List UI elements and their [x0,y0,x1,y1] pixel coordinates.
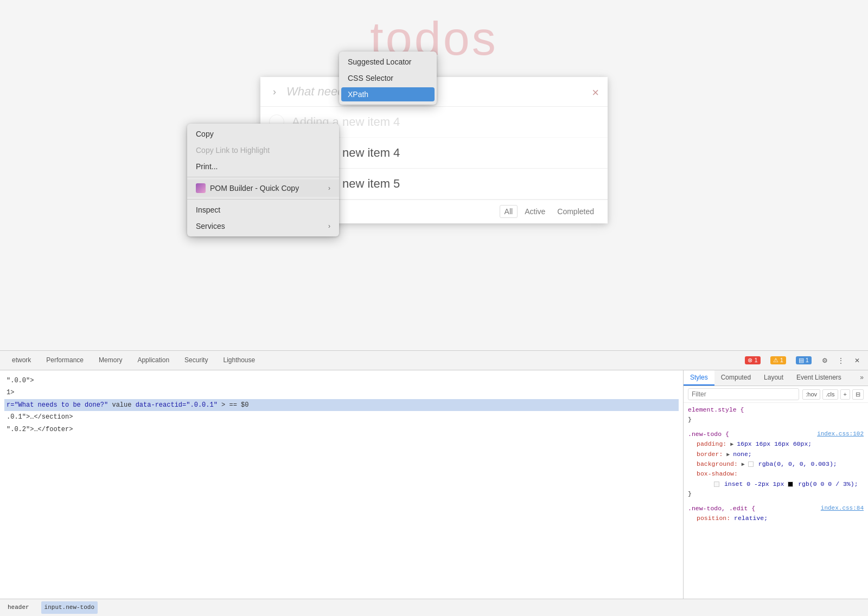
filter-add-button[interactable]: + [840,389,850,400]
style-rule-selector-element: element.style { [688,405,864,415]
pom-icon [196,183,206,193]
styles-tabs: Styles Computed Layout Event Listeners » [684,370,868,386]
filter-cls-button[interactable]: .cls [822,389,838,400]
suggested-locator-label: Suggested Locator [348,57,412,66]
breadcrumb-input-new-todo[interactable]: input.new-todo [41,601,98,614]
tab-security[interactable]: Security [177,351,215,370]
style-props-new-todo: padding: ▶ 16px 16px 16px 60px; border: … [688,439,864,489]
prop-value-box-shadow: inset 0 -2px 1px [724,480,788,487]
prop-name-border: border: [697,451,723,458]
event-listeners-tab-label: Event Listeners [796,374,841,381]
pom-builder-row: POM Builder - Quick Copy [196,183,299,193]
tab-application-label: Application [137,356,169,364]
styles-tab-event-listeners[interactable]: Event Listeners [790,370,848,386]
style-rule-new-todo: .new-todo { index.css:102 padding: ▶ 16p… [688,429,864,499]
submenu-xpath[interactable]: XPath [341,87,435,101]
context-menu-separator-2 [187,199,339,200]
prop-value-background: rgba(0, 0, 0, 0.003); [758,460,837,467]
filter-active-button[interactable]: Active [520,205,550,218]
filter-box-button[interactable]: ⊟ [852,389,864,400]
filter-completed-button[interactable]: Completed [552,205,599,218]
styles-tab-styles[interactable]: Styles [684,370,714,386]
dom-text-5: ".0.2">…</footer> [7,426,73,433]
devtools-body: ".0.0"> 1> r="What needs to be done?" va… [0,370,868,616]
devtools-dom-panel: ".0.0"> 1> r="What needs to be done?" va… [0,370,684,616]
style-rule-header-new-todo-edit: .new-todo, .edit { index.css:84 [688,504,864,514]
tab-memory[interactable]: Memory [91,351,130,370]
styles-more-button[interactable]: » [856,370,868,386]
error-badge-button[interactable]: ⊗ 1 [742,355,763,365]
devtools-styles-panel: Styles Computed Layout Event Listeners »… [684,370,868,616]
selector-element-style: element.style { [688,406,744,413]
prop-name-box-shadow: box-shadow: [697,470,738,477]
computed-tab-label: Computed [721,374,751,381]
style-rule-new-todo-edit: .new-todo, .edit { index.css:84 position… [688,504,864,524]
copy-link-label: Copy Link to Highlight [196,146,270,155]
dom-line-4: .0.1">…</section> [4,411,679,423]
source-new-todo-edit[interactable]: index.css:84 [821,504,864,514]
submenu-suggested-locator[interactable]: Suggested Locator [339,54,437,70]
styles-filter-input[interactable] [688,388,799,400]
info-count-badge: ▤ 1 [796,356,812,364]
close-button[interactable]: × [592,86,599,100]
tab-network[interactable]: etwork [4,351,39,370]
dom-line-5: ".0.2">…</footer> [4,424,679,435]
style-props-new-todo-edit: position: relative; [688,514,864,523]
prop-value-position: relative; [734,515,768,522]
devtools-panel: etwork Performance Memory Application Se… [0,350,868,616]
submenu-css-selector[interactable]: CSS Selector [339,70,437,86]
styles-tab-computed[interactable]: Computed [714,370,757,386]
context-menu-pom-builder[interactable]: POM Builder - Quick Copy › [187,179,339,197]
dom-text-eq: > == $0 [221,401,248,409]
tab-application[interactable]: Application [130,351,177,370]
styles-filter-buttons: :hov .cls + ⊟ [802,389,864,400]
filter-hov-button[interactable]: :hov [802,389,820,400]
dom-breadcrumb-bar: header input.new-todo [0,599,684,616]
selector-new-todo: .new-todo { [688,431,729,438]
prop-name-position: position: [697,515,730,522]
tab-performance-label: Performance [46,356,84,364]
styles-tab-layout[interactable]: Layout [757,370,790,386]
toggle-all-icon[interactable]: › [269,86,280,97]
styles-content: element.style { } .new-todo { index.css:… [684,403,868,616]
context-menu-services[interactable]: Services › [187,218,339,234]
warning-badge-button[interactable]: ⚠ 1 [767,355,789,365]
devtools-close-button[interactable]: ✕ [851,354,864,367]
source-new-todo[interactable]: index.css:102 [817,429,864,439]
tab-performance[interactable]: Performance [39,351,91,370]
tab-lighthouse[interactable]: Lighthouse [215,351,263,370]
style-rule-close-new-todo: } [688,489,864,499]
context-menu-inspect[interactable]: Inspect [187,202,339,218]
box-shadow-swatch[interactable] [714,482,719,487]
style-prop-position: position: relative; [697,514,864,523]
breadcrumb-header[interactable]: header [4,601,33,614]
dom-line-2: 1> [4,387,679,399]
context-menu-copy[interactable]: Copy [187,126,339,142]
style-rule-header-new-todo: .new-todo { index.css:102 [688,429,864,439]
settings-icon: ⚙ [822,357,828,364]
arrow-border[interactable]: ▶ [726,452,733,458]
style-rule-element: element.style { } [688,405,864,425]
more-icon: ⋮ [838,357,844,364]
filter-all-button[interactable]: All [500,205,518,218]
info-badge-button[interactable]: ▤ 1 [793,355,815,365]
arrow-padding[interactable]: ▶ [730,441,737,447]
app-background: todos × › What needs to be done? Adding … [0,0,868,352]
brace-close-new-todo: } [688,490,692,497]
pom-builder-label: POM Builder - Quick Copy [210,184,299,193]
dom-text-2: 1> [7,389,14,396]
dom-line-3-highlighted[interactable]: r="What needs to be done?" value data-re… [4,399,679,411]
devtools-settings-button[interactable]: ⚙ [818,354,831,367]
copy-label: Copy [196,130,214,138]
dom-line-1: ".0.0"> [4,375,679,387]
devtools-more-button[interactable]: ⋮ [834,354,847,367]
prop-value-box-shadow-2: rgb(0 0 0 / 3%); [798,480,858,487]
styles-tab-label: Styles [690,374,708,381]
dom-attr-reactid: data-reactid=".0.0.1" [136,401,218,409]
context-menu-print[interactable]: Print... [187,158,339,175]
background-color-swatch[interactable] [748,461,754,467]
submenu: Suggested Locator CSS Selector XPath [339,52,437,105]
warning-count-badge: ⚠ 1 [770,356,786,364]
box-shadow-color-swatch[interactable] [788,482,793,487]
arrow-background[interactable]: ▶ [742,461,748,467]
